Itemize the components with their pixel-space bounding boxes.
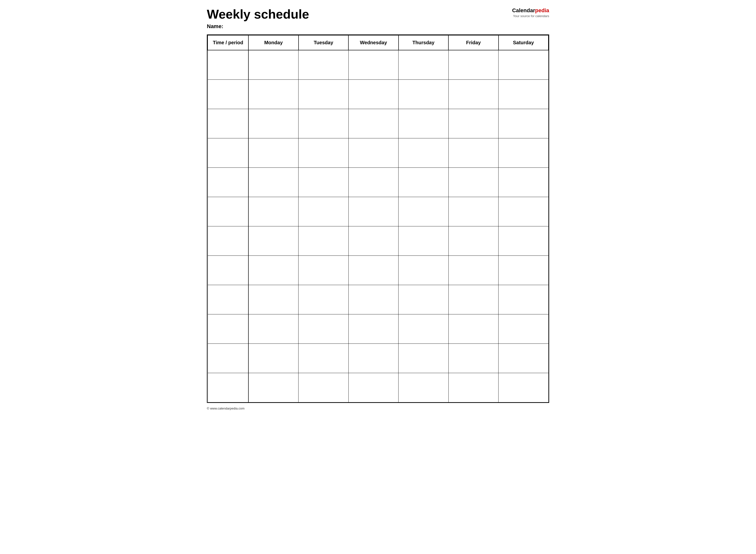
schedule-cell[interactable] [398, 285, 448, 314]
schedule-cell[interactable] [249, 314, 298, 343]
col-header-wednesday: Wednesday [348, 35, 398, 50]
time-cell[interactable] [208, 50, 249, 79]
schedule-cell[interactable] [448, 109, 498, 138]
schedule-cell[interactable] [448, 373, 498, 402]
schedule-cell[interactable] [448, 167, 498, 197]
time-cell[interactable] [208, 343, 249, 373]
schedule-cell[interactable] [448, 285, 498, 314]
schedule-cell[interactable] [348, 285, 398, 314]
page-wrapper: Weekly schedule Name: Calendarpedia Your… [207, 7, 549, 410]
schedule-cell[interactable] [398, 50, 448, 79]
page-header: Weekly schedule Name: Calendarpedia Your… [207, 7, 549, 30]
time-cell[interactable] [208, 256, 249, 285]
schedule-cell[interactable] [498, 343, 548, 373]
schedule-cell[interactable] [398, 226, 448, 256]
schedule-cell[interactable] [498, 373, 548, 402]
schedule-cell[interactable] [299, 167, 348, 197]
schedule-cell[interactable] [448, 343, 498, 373]
schedule-cell[interactable] [398, 197, 448, 226]
schedule-cell[interactable] [348, 197, 398, 226]
table-row [208, 226, 548, 256]
schedule-cell[interactable] [249, 343, 298, 373]
schedule-cell[interactable] [348, 314, 398, 343]
col-header-thursday: Thursday [398, 35, 448, 50]
schedule-cell[interactable] [249, 285, 298, 314]
schedule-cell[interactable] [498, 256, 548, 285]
schedule-cell[interactable] [448, 314, 498, 343]
schedule-cell[interactable] [249, 50, 298, 79]
col-header-monday: Monday [249, 35, 298, 50]
schedule-cell[interactable] [448, 197, 498, 226]
schedule-cell[interactable] [398, 79, 448, 109]
time-cell[interactable] [208, 373, 249, 402]
page-title: Weekly schedule [207, 7, 512, 21]
schedule-cell[interactable] [299, 343, 348, 373]
col-header-tuesday: Tuesday [299, 35, 348, 50]
schedule-cell[interactable] [299, 314, 348, 343]
schedule-cell[interactable] [348, 109, 398, 138]
schedule-cell[interactable] [448, 138, 498, 167]
schedule-cell[interactable] [498, 50, 548, 79]
schedule-table: Time / period Monday Tuesday Wednesday T… [207, 35, 549, 402]
schedule-cell[interactable] [299, 138, 348, 167]
schedule-cell[interactable] [249, 256, 298, 285]
schedule-cell[interactable] [299, 373, 348, 402]
schedule-table-container: Time / period Monday Tuesday Wednesday T… [207, 35, 549, 403]
schedule-cell[interactable] [398, 314, 448, 343]
schedule-cell[interactable] [398, 109, 448, 138]
schedule-cell[interactable] [249, 373, 298, 402]
table-header-row: Time / period Monday Tuesday Wednesday T… [208, 35, 548, 50]
time-cell[interactable] [208, 167, 249, 197]
schedule-cell[interactable] [299, 256, 348, 285]
schedule-cell[interactable] [348, 79, 398, 109]
schedule-cell[interactable] [348, 50, 398, 79]
schedule-cell[interactable] [498, 226, 548, 256]
footer-text: © www.calendarpedia.com [207, 406, 245, 410]
col-header-time: Time / period [208, 35, 249, 50]
schedule-cell[interactable] [398, 256, 448, 285]
schedule-cell[interactable] [299, 285, 348, 314]
schedule-cell[interactable] [249, 226, 298, 256]
schedule-cell[interactable] [299, 50, 348, 79]
schedule-cell[interactable] [299, 226, 348, 256]
schedule-cell[interactable] [498, 285, 548, 314]
time-cell[interactable] [208, 197, 249, 226]
schedule-cell[interactable] [498, 109, 548, 138]
time-cell[interactable] [208, 314, 249, 343]
schedule-cell[interactable] [448, 256, 498, 285]
schedule-cell[interactable] [448, 50, 498, 79]
schedule-cell[interactable] [498, 79, 548, 109]
schedule-cell[interactable] [348, 167, 398, 197]
schedule-cell[interactable] [348, 373, 398, 402]
time-cell[interactable] [208, 109, 249, 138]
schedule-cell[interactable] [249, 167, 298, 197]
schedule-cell[interactable] [299, 109, 348, 138]
schedule-cell[interactable] [398, 167, 448, 197]
schedule-cell[interactable] [498, 314, 548, 343]
schedule-cell[interactable] [348, 226, 398, 256]
schedule-cell[interactable] [249, 197, 298, 226]
schedule-cell[interactable] [249, 138, 298, 167]
schedule-cell[interactable] [448, 226, 498, 256]
schedule-cell[interactable] [348, 256, 398, 285]
schedule-cell[interactable] [398, 343, 448, 373]
schedule-cell[interactable] [498, 197, 548, 226]
time-cell[interactable] [208, 138, 249, 167]
time-cell[interactable] [208, 79, 249, 109]
schedule-cell[interactable] [348, 343, 398, 373]
time-cell[interactable] [208, 285, 249, 314]
table-row [208, 50, 548, 79]
schedule-cell[interactable] [299, 197, 348, 226]
schedule-cell[interactable] [498, 167, 548, 197]
name-label: Name: [207, 23, 512, 30]
time-cell[interactable] [208, 226, 249, 256]
schedule-cell[interactable] [249, 79, 298, 109]
schedule-cell[interactable] [398, 373, 448, 402]
schedule-cell[interactable] [348, 138, 398, 167]
schedule-cell[interactable] [448, 79, 498, 109]
schedule-cell[interactable] [498, 138, 548, 167]
schedule-cell[interactable] [299, 79, 348, 109]
schedule-cell[interactable] [249, 109, 298, 138]
schedule-cell[interactable] [398, 138, 448, 167]
page-footer: © www.calendarpedia.com [207, 406, 549, 410]
